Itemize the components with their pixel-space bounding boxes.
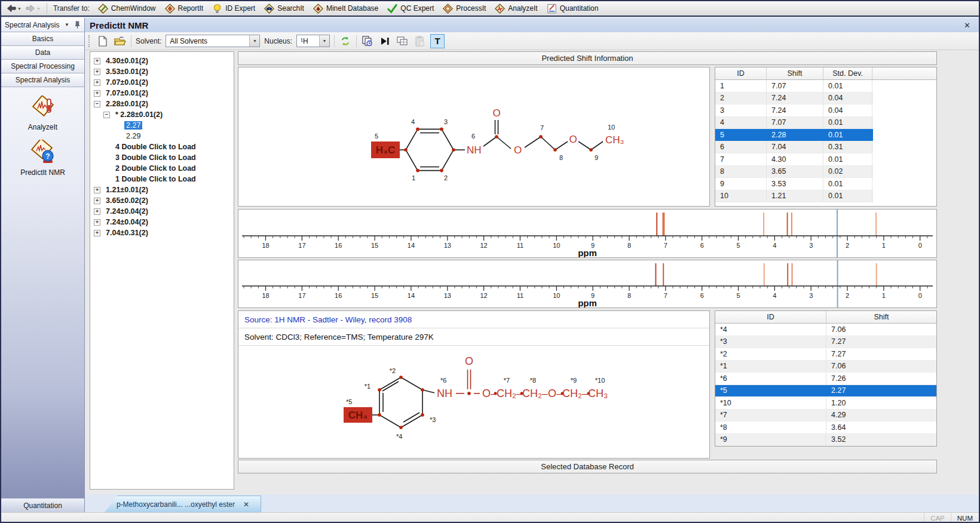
sidebar-pane-selector[interactable]: Spectral Analysis ▼	[1, 18, 84, 32]
transfer-button-id-expert[interactable]: ID Expert	[209, 2, 259, 15]
tree-item-label[interactable]: 2 Double Click to Load	[114, 164, 198, 173]
table-row[interactable]: 6 7.04 0.31	[715, 141, 873, 154]
sidebar-section-basics[interactable]: Basics	[1, 32, 84, 46]
table-row[interactable]: 4 7.07 0.01	[715, 117, 873, 130]
predicted-spectrum-panel[interactable]: 1817161514131211109876543210ppm	[238, 209, 937, 258]
table-row[interactable]: *4 7.06	[715, 324, 936, 336]
table-row[interactable]: *3 7.27	[715, 336, 936, 349]
tree-item[interactable]: 2 Double Click to Load	[90, 163, 234, 174]
table-row[interactable]: *6 7.26	[715, 373, 936, 385]
tree-expander-icon[interactable]: +	[94, 230, 100, 236]
chevron-down-icon[interactable]: ▼	[65, 22, 69, 27]
tree-item-label[interactable]: 7.07±0.01(2)	[104, 78, 150, 87]
document-tab[interactable]: p-Methoxycarbanili... ...oxyethyl ester …	[105, 496, 261, 512]
tree-item[interactable]: + 4.30±0.01(2)	[90, 56, 234, 66]
tree-item-label[interactable]: 3.53±0.01(2)	[104, 67, 150, 76]
column-header-shift[interactable]: Shift	[767, 67, 823, 79]
tree-expander-icon[interactable]: +	[94, 219, 100, 226]
table-row[interactable]: 8 3.65 0.02	[715, 166, 873, 179]
tool-predictit-nmr[interactable]: ? PredictIt NMR	[10, 140, 76, 177]
tree-item-label[interactable]: 7.07±0.01(2)	[104, 89, 150, 97]
close-icon[interactable]: ✕	[960, 21, 974, 30]
tree-item[interactable]: + 3.53±0.01(2)	[90, 66, 234, 77]
transfer-button-processit[interactable]: ProcessIt	[439, 2, 490, 15]
table-row[interactable]: 3 7.24 0.04	[715, 104, 873, 117]
tab-close-icon[interactable]: ✕	[243, 500, 249, 509]
tree-item-label[interactable]: 2.29	[124, 132, 142, 140]
transfer-button-quantitation[interactable]: Quantitation	[543, 2, 603, 15]
copy-special-button[interactable]	[361, 35, 374, 48]
table-row[interactable]: 9 3.53 0.01	[715, 178, 873, 190]
tree-item-label[interactable]: 7.24±0.04(2)	[104, 207, 150, 216]
tree-item[interactable]: + 7.24±0.04(2)	[90, 206, 234, 217]
forward-dropdown-caret[interactable]: ▼	[36, 7, 41, 11]
text-tool-button[interactable]: T	[430, 34, 445, 48]
tree-item[interactable]: + 7.07±0.01(2)	[90, 88, 234, 99]
tree-expander-icon[interactable]: +	[94, 58, 100, 64]
tree-item[interactable]: + 7.04±0.31(2)	[90, 227, 234, 238]
forward-button[interactable]: ▼	[24, 3, 42, 14]
transfer-button-qc-expert[interactable]: QC Expert	[384, 2, 438, 15]
table-row[interactable]: *5 2.27	[715, 385, 936, 398]
table-row[interactable]: *10 1.20	[715, 397, 936, 410]
tree-item-label[interactable]: 4.30±0.01(2)	[104, 57, 150, 65]
transfer-button-analyzeit[interactable]: AnalyzeIt	[491, 2, 541, 15]
back-button[interactable]: ▼	[5, 3, 23, 14]
tree-item-label[interactable]: 7.04±0.31(2)	[104, 229, 150, 237]
tree-item-label[interactable]: 3.65±0.02(2)	[104, 196, 150, 205]
table-row[interactable]: *9 3.52	[715, 434, 936, 447]
tree-expander-icon[interactable]: +	[94, 69, 100, 75]
transfer-button-chemwindow[interactable]: ChemWindow	[94, 2, 160, 15]
tree-item[interactable]: 4 Double Click to Load	[90, 141, 234, 152]
transfer-button-mineit-database[interactable]: MineIt Database	[310, 2, 382, 15]
record-source-link[interactable]: Source: 1H NMR - Sadtler - Wiley, record…	[238, 311, 709, 328]
tree-expander-icon[interactable]: −	[94, 101, 100, 107]
tree-item-label[interactable]: 4 Double Click to Load	[114, 143, 198, 151]
sidebar-section-quantitation[interactable]: Quantitation	[1, 498, 84, 512]
tree-expander-icon[interactable]: +	[94, 90, 100, 97]
new-document-button[interactable]	[96, 35, 109, 48]
tree-item[interactable]: 1 Double Click to Load	[90, 174, 234, 184]
tree-item-label[interactable]: 2.28±0.01(2)	[104, 100, 150, 108]
column-header-id[interactable]: ID	[715, 67, 767, 79]
table-row[interactable]: *2 7.27	[715, 348, 936, 361]
tree-item-label[interactable]: 2.27	[124, 121, 142, 130]
column-header-id[interactable]: ID	[715, 311, 826, 323]
table-row[interactable]: *1 7.06	[715, 361, 936, 373]
tree-expander-icon[interactable]: +	[94, 208, 100, 215]
column-header-stddev[interactable]: Std. Dev.	[823, 67, 872, 79]
sidebar-section-spectral-processing[interactable]: Spectral Processing	[1, 59, 84, 73]
record-spectrum-panel[interactable]: 1817161514131211109876543210ppm	[238, 260, 937, 308]
table-row[interactable]: 5 2.28 0.01	[715, 129, 873, 141]
paste-button[interactable]	[413, 35, 426, 48]
tree-item-label[interactable]: * 2.28±0.01(2)	[114, 110, 164, 119]
tree-item[interactable]: + 7.24±0.04(2)	[90, 217, 234, 227]
table-row[interactable]: 10 1.21 0.01	[715, 190, 873, 203]
sidebar-section-data[interactable]: Data	[1, 45, 84, 60]
tree-expander-icon[interactable]: +	[94, 187, 100, 193]
tree-item[interactable]: + 1.21±0.01(2)	[90, 184, 234, 195]
table-row[interactable]: 2 7.24 0.04	[715, 93, 873, 105]
tree-item[interactable]: 2.29	[90, 131, 234, 141]
tree-item[interactable]: + 7.07±0.01(2)	[90, 77, 234, 88]
nucleus-dropdown-icon[interactable]: ▼	[319, 35, 329, 47]
refresh-button[interactable]	[339, 35, 352, 48]
tree-expander-icon[interactable]: +	[94, 198, 100, 204]
open-file-button[interactable]	[114, 35, 127, 48]
tree-item[interactable]: − * 2.28±0.01(2)	[90, 109, 234, 120]
tree-item[interactable]: − 2.28±0.01(2)	[90, 99, 234, 109]
tree-item-label[interactable]: 3 Double Click to Load	[114, 153, 198, 162]
table-row[interactable]: 7 4.30 0.01	[715, 153, 873, 166]
transfer-button-searchit[interactable]: SearchIt	[261, 2, 308, 15]
table-view-button[interactable]	[396, 35, 409, 48]
tree-item[interactable]: 2.27	[90, 120, 234, 131]
nucleus-select[interactable]: ¹H ▼	[296, 35, 330, 47]
tool-analyzeit[interactable]: AnalyzeIt	[10, 96, 76, 131]
tree-item[interactable]: + 3.65±0.02(2)	[90, 195, 234, 206]
column-header-shift[interactable]: Shift	[826, 311, 936, 323]
toolbar-grip[interactable]	[88, 35, 91, 47]
tree-item-label[interactable]: 1.21±0.01(2)	[104, 186, 150, 194]
table-row[interactable]: 1 7.07 0.01	[715, 80, 873, 93]
solvent-dropdown-icon[interactable]: ▼	[249, 35, 259, 47]
table-row[interactable]: *8 3.64	[715, 422, 936, 434]
